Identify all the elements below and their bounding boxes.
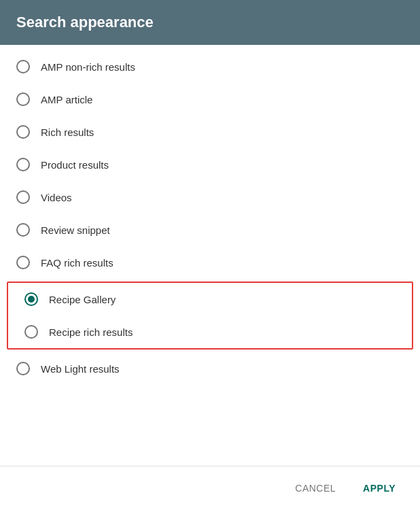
radio-label-review-snippet: Review snippet <box>41 224 110 236</box>
dialog-footer: CANCEL APPLY <box>0 466 420 510</box>
cancel-button[interactable]: CANCEL <box>287 477 344 499</box>
search-appearance-dialog: Search appearance AMP non-rich resultsAM… <box>0 0 420 510</box>
dialog-header: Search appearance <box>0 0 420 45</box>
radio-label-recipe-gallery: Recipe Gallery <box>49 294 116 305</box>
radio-circle-rich-results <box>16 125 30 139</box>
radio-item-amp-article[interactable]: AMP article <box>0 83 420 116</box>
radio-label-faq-rich-results: FAQ rich results <box>41 257 113 269</box>
apply-button[interactable]: APPLY <box>355 477 404 499</box>
radio-circle-videos <box>16 190 30 204</box>
radio-circle-amp-non-rich <box>16 60 30 73</box>
radio-item-rich-results[interactable]: Rich results <box>0 116 420 148</box>
highlighted-group: Recipe GalleryRecipe rich results <box>7 282 413 350</box>
options-list: AMP non-rich resultsAMP articleRich resu… <box>0 45 420 390</box>
radio-circle-recipe-rich-results <box>24 325 38 339</box>
radio-item-videos[interactable]: Videos <box>0 181 420 214</box>
radio-circle-review-snippet <box>16 223 30 237</box>
radio-item-amp-non-rich[interactable]: AMP non-rich results <box>0 50 420 83</box>
radio-circle-recipe-gallery <box>24 292 38 306</box>
radio-label-rich-results: Rich results <box>41 126 94 138</box>
radio-circle-faq-rich-results <box>16 256 30 269</box>
radio-label-web-light-results: Web Light results <box>41 363 120 375</box>
radio-item-web-light-results[interactable]: Web Light results <box>0 352 420 385</box>
radio-inner-recipe-gallery <box>28 296 35 303</box>
radio-item-review-snippet[interactable]: Review snippet <box>0 214 420 246</box>
radio-circle-amp-article <box>16 92 30 106</box>
radio-circle-product-results <box>16 158 30 171</box>
radio-item-product-results[interactable]: Product results <box>0 148 420 181</box>
radio-item-recipe-rich-results[interactable]: Recipe rich results <box>8 316 412 348</box>
radio-item-faq-rich-results[interactable]: FAQ rich results <box>0 246 420 279</box>
radio-item-recipe-gallery[interactable]: Recipe Gallery <box>8 283 412 316</box>
radio-label-amp-non-rich: AMP non-rich results <box>41 61 135 73</box>
radio-label-videos: Videos <box>41 192 72 203</box>
radio-label-recipe-rich-results: Recipe rich results <box>49 326 133 338</box>
radio-label-product-results: Product results <box>41 159 109 171</box>
dialog-body: AMP non-rich resultsAMP articleRich resu… <box>0 45 420 466</box>
radio-circle-web-light-results <box>16 362 30 375</box>
radio-label-amp-article: AMP article <box>41 94 92 105</box>
dialog-title: Search appearance <box>16 14 404 31</box>
